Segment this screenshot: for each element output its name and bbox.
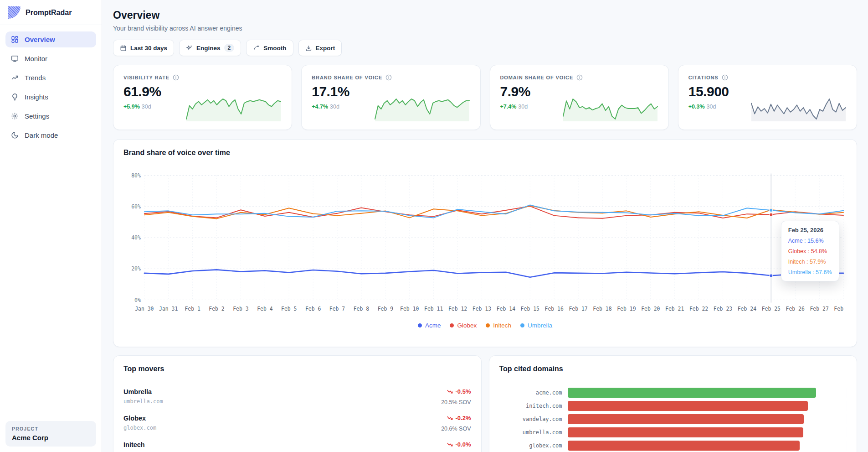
sidebar-item-dark-mode[interactable]: Dark mode [5, 127, 96, 143]
bar-vandelay[interactable] [568, 414, 804, 424]
lightbulb-icon [11, 93, 19, 101]
chart-plot-area[interactable]: Jan 30Jan 31Feb 1Feb 2Feb 3Feb 4Feb 5Feb… [123, 170, 847, 317]
bar-track [568, 427, 847, 437]
sparkline-chart [750, 95, 847, 122]
project-label: PROJECT [12, 426, 90, 431]
sov-line-chart[interactable]: Jan 30Jan 31Feb 1Feb 2Feb 3Feb 4Feb 5Feb… [123, 170, 847, 317]
bar-row-acme: acme.com [499, 388, 847, 398]
sidebar-item-overview[interactable]: Overview [5, 31, 96, 47]
tooltip-date: Feb 25, 2026 [788, 227, 832, 234]
tooltip-row-globex: Globex : 54.8% [788, 248, 832, 255]
kpi-delta: +7.4% [500, 104, 517, 110]
bar-initech[interactable] [568, 401, 808, 411]
bottom-row: Top movers Umbrella umbrella.com -0.5% 2… [113, 355, 857, 452]
svg-text:20%: 20% [131, 265, 141, 272]
legend-item-acme[interactable]: Acme [418, 322, 441, 329]
sidebar-item-label: Dark mode [25, 131, 58, 139]
legend-dot [450, 323, 454, 327]
project-switcher[interactable]: PROJECT Acme Corp [5, 421, 96, 447]
svg-text:Feb 15: Feb 15 [521, 306, 539, 312]
sidebar: PromptRadar Overview Monitor Trends [0, 0, 102, 452]
app-root: PromptRadar Overview Monitor Trends [0, 0, 868, 452]
svg-text:Feb 12: Feb 12 [448, 306, 467, 312]
legend-label: Umbrella [528, 322, 552, 329]
svg-text:80%: 80% [131, 172, 141, 179]
date-range-button[interactable]: Last 30 days [113, 40, 174, 56]
bar-acme[interactable] [568, 388, 816, 398]
legend-label: Acme [425, 322, 441, 329]
svg-text:60%: 60% [131, 203, 141, 210]
legend-item-globex[interactable]: Globex [450, 322, 477, 329]
bar-label: globex.com [499, 442, 568, 449]
sidebar-item-settings[interactable]: Settings [5, 108, 96, 124]
svg-text:Feb 27: Feb 27 [810, 306, 828, 312]
info-icon[interactable] [722, 74, 728, 81]
mover-name: Globex [123, 415, 156, 422]
svg-text:Feb 14: Feb 14 [497, 306, 515, 312]
bar-label: initech.com [499, 403, 568, 409]
kpi-card-brand-share-of-voice: BRAND SHARE OF VOICE 17.1% +4.7%30d [301, 65, 480, 130]
kpi-period: 30d [707, 104, 716, 110]
page-title: Overview [113, 9, 857, 21]
svg-text:Feb 4: Feb 4 [257, 306, 273, 312]
kpi-delta: +4.7% [312, 104, 328, 110]
kpi-label: CITATIONS [688, 75, 719, 80]
svg-text:Feb 24: Feb 24 [738, 306, 756, 312]
info-icon[interactable] [173, 74, 179, 81]
top-mover-row-umbrella[interactable]: Umbrella umbrella.com -0.5% 20.5% SOV [123, 388, 471, 405]
project-name: Acme Corp [12, 434, 90, 442]
trending-down-icon [447, 389, 453, 395]
chart-legend: Acme Globex Initech Umbrella [123, 322, 847, 329]
kpi-card-domain-share-of-voice: DOMAIN SHARE OF VOICE 7.9% +7.4%30d [490, 65, 669, 130]
engines-count-badge: 2 [224, 44, 235, 52]
top-mover-row-initech[interactable]: Initech -0.0% [123, 441, 471, 452]
page-subtitle: Your brand visibility across AI answer e… [113, 25, 857, 32]
sov-chart-card: Brand share of voice over time Jan 30Jan… [113, 139, 857, 347]
info-icon[interactable] [576, 74, 583, 81]
mover-name: Initech [123, 441, 145, 448]
bar-label: vandelay.com [499, 416, 568, 422]
sidebar-item-monitor[interactable]: Monitor [5, 51, 96, 67]
trending-up-icon [11, 74, 19, 82]
svg-text:0%: 0% [134, 297, 141, 303]
smooth-toggle-button[interactable]: Smooth [246, 40, 293, 56]
dashboard-icon [11, 36, 19, 43]
moon-icon [11, 131, 19, 139]
svg-text:Feb 26: Feb 26 [786, 306, 805, 312]
svg-text:Feb 28: Feb 28 [834, 306, 847, 312]
svg-text:Jan 31: Jan 31 [159, 306, 178, 312]
kpi-label: DOMAIN SHARE OF VOICE [500, 75, 574, 80]
tooltip-row-acme: Acme : 15.6% [788, 238, 832, 244]
legend-item-umbrella[interactable]: Umbrella [520, 322, 552, 329]
info-icon[interactable] [385, 74, 392, 81]
top-mover-row-globex[interactable]: Globex globex.com -0.2% 20.6% SOV [123, 415, 471, 432]
kpi-delta: +0.3% [688, 104, 705, 110]
export-button[interactable]: Export [298, 40, 342, 56]
spline-curve-icon [253, 45, 260, 52]
kpi-label: BRAND SHARE OF VOICE [312, 75, 382, 80]
bar-globex[interactable] [568, 441, 800, 451]
engines-button[interactable]: Engines 2 [179, 40, 241, 56]
svg-text:Feb 20: Feb 20 [641, 306, 660, 312]
bar-label: acme.com [499, 390, 568, 396]
tooltip-row-initech: Initech : 57.9% [788, 259, 832, 265]
sidebar-item-label: Settings [25, 112, 49, 120]
mover-domain: globex.com [123, 425, 156, 431]
bar-row-vandelay: vandelay.com [499, 414, 847, 424]
sparkline-chart [561, 95, 659, 122]
bar-umbrella[interactable] [568, 427, 803, 437]
legend-dot [418, 323, 422, 327]
legend-item-initech[interactable]: Initech [486, 322, 511, 329]
mover-domain: umbrella.com [123, 398, 163, 405]
sidebar-item-insights[interactable]: Insights [5, 89, 96, 105]
gear-icon [11, 112, 19, 120]
svg-text:Feb 22: Feb 22 [689, 306, 708, 312]
bar-track [568, 441, 847, 451]
svg-text:Feb 13: Feb 13 [473, 306, 491, 312]
svg-text:Feb 5: Feb 5 [281, 306, 297, 312]
chart-tooltip: Feb 25, 2026 Acme : 15.6% Globex : 54.8%… [781, 221, 839, 281]
sidebar-item-trends[interactable]: Trends [5, 70, 96, 86]
svg-text:Feb 19: Feb 19 [617, 306, 636, 312]
top-movers-title: Top movers [123, 365, 471, 373]
app-title: PromptRadar [26, 9, 72, 17]
